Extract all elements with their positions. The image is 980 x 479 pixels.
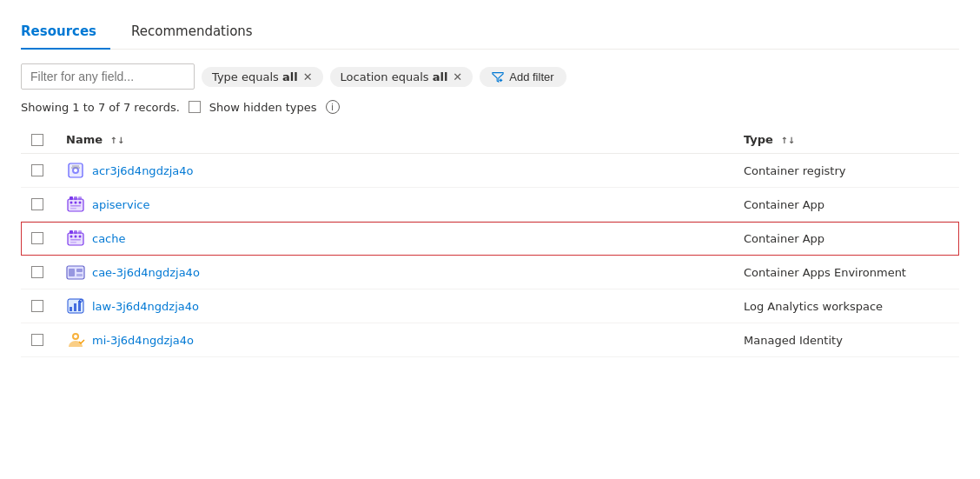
show-hidden-checkbox[interactable]	[189, 101, 201, 113]
svg-point-8	[70, 202, 73, 204]
filter-input[interactable]	[21, 63, 195, 90]
row-checkbox-cell	[21, 154, 56, 188]
svg-rect-21	[70, 239, 81, 241]
table-row: apiservice Container App	[21, 188, 959, 222]
header-name[interactable]: Name ↑↓	[56, 126, 733, 154]
table-row: cache Container App	[21, 222, 959, 256]
row-name-cell: cae-3j6d4ngdzja4o	[56, 256, 733, 289]
row-checkbox-cell	[21, 323, 56, 357]
svg-point-5	[74, 169, 77, 172]
svg-rect-34	[74, 303, 76, 311]
svg-point-20	[79, 236, 82, 238]
svg-point-10	[79, 202, 82, 204]
row-name-cell: cache	[56, 222, 733, 256]
svg-point-19	[75, 236, 77, 238]
type-filter-label: Type equals all	[212, 70, 298, 83]
add-filter-label: Add filter	[509, 70, 553, 83]
location-filter-label: Location equals all	[341, 70, 448, 83]
row-select-checkbox[interactable]	[31, 164, 43, 176]
resource-icon	[66, 330, 85, 349]
row-select-checkbox[interactable]	[31, 266, 43, 278]
show-hidden-label: Show hidden types	[209, 101, 317, 114]
type-filter-close[interactable]: ✕	[303, 71, 313, 83]
svg-rect-25	[78, 230, 82, 234]
svg-rect-29	[76, 269, 83, 272]
svg-rect-14	[74, 196, 77, 200]
resource-name-link[interactable]: law-3j6d4ngdzja4o	[92, 300, 199, 313]
svg-rect-24	[74, 230, 77, 234]
row-select-checkbox[interactable]	[31, 198, 43, 210]
svg-point-18	[70, 236, 73, 238]
row-name-cell: acr3j6d4ngdzja4o	[56, 154, 733, 188]
svg-rect-12	[70, 208, 76, 210]
row-type-cell: Container registry	[733, 154, 959, 188]
filter-bar: Type equals all ✕ Location equals all ✕ …	[21, 63, 959, 90]
svg-rect-33	[70, 307, 72, 311]
tab-resources[interactable]: Resources	[21, 15, 110, 50]
add-filter-button[interactable]: Add filter	[480, 67, 566, 87]
svg-rect-28	[69, 269, 75, 276]
add-filter-icon	[492, 70, 504, 83]
row-type-cell: Container App	[733, 188, 959, 222]
row-select-checkbox[interactable]	[31, 334, 43, 346]
resource-name-link[interactable]: cache	[92, 232, 126, 245]
svg-rect-30	[76, 274, 83, 276]
select-all-checkbox[interactable]	[31, 134, 43, 146]
resource-name-link[interactable]: mi-3j6d4ngdzja4o	[92, 334, 194, 347]
table-row: cae-3j6d4ngdzja4o Container Apps Environ…	[21, 256, 959, 289]
svg-point-9	[75, 202, 77, 204]
row-type-cell: Managed Identity	[733, 323, 959, 357]
showing-text: Showing 1 to 7 of 7 records.	[21, 101, 180, 114]
row-checkbox-cell	[21, 289, 56, 323]
resources-table: Name ↑↓ Type ↑↓	[21, 126, 959, 357]
resource-name-link[interactable]: cae-3j6d4ngdzja4o	[92, 266, 200, 279]
resource-icon	[66, 195, 85, 214]
row-name-cell: law-3j6d4ngdzja4o	[56, 289, 733, 323]
resource-icon	[66, 296, 85, 316]
resource-name-link[interactable]: apiservice	[92, 198, 149, 211]
header-checkbox-cell	[21, 126, 56, 154]
row-checkbox-cell	[21, 222, 56, 256]
info-bar: Showing 1 to 7 of 7 records. Show hidden…	[21, 100, 959, 114]
row-checkbox-cell	[21, 188, 56, 222]
location-filter-chip: Location equals all ✕	[330, 67, 473, 87]
row-type-cell: Log Analytics workspace	[733, 289, 959, 323]
resource-icon	[66, 229, 85, 248]
svg-point-38	[74, 335, 77, 338]
table-row: mi-3j6d4ngdzja4o Managed Identity	[21, 323, 959, 357]
name-sort-icon: ↑↓	[110, 136, 125, 145]
svg-rect-11	[70, 205, 81, 207]
location-filter-close[interactable]: ✕	[453, 71, 462, 83]
svg-rect-15	[78, 196, 82, 200]
resource-icon	[66, 263, 85, 282]
row-select-checkbox[interactable]	[31, 300, 43, 312]
row-name-cell: mi-3j6d4ngdzja4o	[56, 323, 733, 357]
row-type-cell: Container App	[733, 222, 959, 256]
tabs-container: Resources Recommendations	[21, 14, 959, 50]
table-row: acr3j6d4ngdzja4o Container registry	[21, 154, 959, 188]
table-row: law-3j6d4ngdzja4o Log Analytics workspac…	[21, 289, 959, 323]
svg-rect-13	[70, 196, 73, 200]
resource-icon	[66, 161, 85, 180]
type-sort-icon: ↑↓	[780, 136, 795, 145]
row-type-cell: Container Apps Environment	[733, 256, 959, 289]
type-filter-chip: Type equals all ✕	[202, 67, 323, 87]
svg-rect-22	[70, 242, 76, 243]
row-checkbox-cell	[21, 256, 56, 289]
row-name-cell: apiservice	[56, 188, 733, 222]
svg-rect-23	[70, 230, 73, 234]
header-type[interactable]: Type ↑↓	[733, 126, 959, 154]
table-header-row: Name ↑↓ Type ↑↓	[21, 126, 959, 154]
tab-recommendations[interactable]: Recommendations	[131, 15, 267, 50]
row-select-checkbox[interactable]	[31, 232, 43, 244]
resource-name-link[interactable]: acr3j6d4ngdzja4o	[92, 164, 194, 177]
show-hidden-info-icon[interactable]: i	[326, 100, 340, 114]
